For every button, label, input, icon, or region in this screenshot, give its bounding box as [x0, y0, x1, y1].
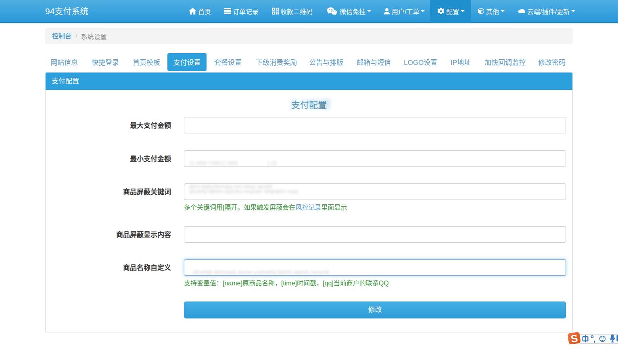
svg-text:,: , — [593, 335, 595, 343]
